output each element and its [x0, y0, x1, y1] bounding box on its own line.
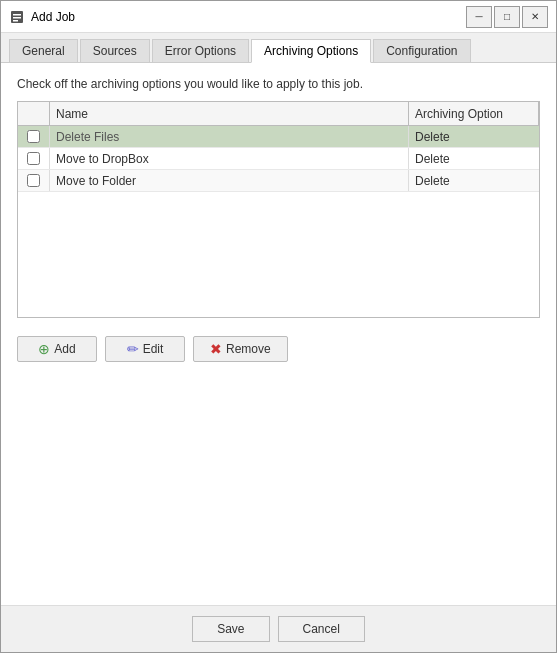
table-row[interactable]: Move to DropBox Delete	[18, 148, 539, 170]
add-icon: ⊕	[38, 341, 50, 357]
main-window: Add Job ─ □ ✕ General Sources Error Opti…	[0, 0, 557, 653]
header-archiving-col: Archiving Option	[409, 102, 539, 125]
edit-button[interactable]: ✏ Edit	[105, 336, 185, 362]
tab-error-options[interactable]: Error Options	[152, 39, 249, 62]
instruction-text: Check off the archiving options you woul…	[17, 77, 540, 91]
table-header: Name Archiving Option	[18, 102, 539, 126]
svg-rect-3	[13, 20, 18, 22]
action-buttons: ⊕ Add ✏ Edit ✖ Remove	[17, 328, 540, 366]
row-checkbox-cell	[18, 170, 50, 191]
add-label: Add	[54, 342, 75, 356]
edit-icon: ✏	[127, 341, 139, 357]
remove-button[interactable]: ✖ Remove	[193, 336, 288, 362]
tab-sources[interactable]: Sources	[80, 39, 150, 62]
svg-rect-2	[13, 17, 21, 19]
close-button[interactable]: ✕	[522, 6, 548, 28]
header-name-col: Name	[50, 102, 409, 125]
save-button[interactable]: Save	[192, 616, 269, 642]
row-checkbox-cell	[18, 148, 50, 169]
window-title: Add Job	[31, 10, 75, 24]
tab-archiving-options[interactable]: Archiving Options	[251, 39, 371, 63]
row-name-1: Delete Files	[50, 126, 409, 147]
row-checkbox-1[interactable]	[27, 130, 40, 143]
add-button[interactable]: ⊕ Add	[17, 336, 97, 362]
cancel-button[interactable]: Cancel	[278, 616, 365, 642]
edit-label: Edit	[143, 342, 164, 356]
remove-icon: ✖	[210, 341, 222, 357]
svg-rect-1	[13, 14, 21, 16]
minimize-button[interactable]: ─	[466, 6, 492, 28]
title-bar-left: Add Job	[9, 9, 75, 25]
remove-label: Remove	[226, 342, 271, 356]
app-icon	[9, 9, 25, 25]
tab-bar: General Sources Error Options Archiving …	[1, 33, 556, 63]
row-archiving-3: Delete	[409, 170, 539, 191]
table-row[interactable]: Move to Folder Delete	[18, 170, 539, 192]
row-archiving-2: Delete	[409, 148, 539, 169]
table-body: Delete Files Delete Move to DropBox Dele…	[18, 126, 539, 192]
spacer	[17, 376, 540, 591]
title-bar-buttons: ─ □ ✕	[466, 6, 548, 28]
footer: Save Cancel	[1, 605, 556, 652]
table-row[interactable]: Delete Files Delete	[18, 126, 539, 148]
title-bar: Add Job ─ □ ✕	[1, 1, 556, 33]
row-archiving-1: Delete	[409, 126, 539, 147]
tab-general[interactable]: General	[9, 39, 78, 62]
content-area: Check off the archiving options you woul…	[1, 63, 556, 605]
row-name-2: Move to DropBox	[50, 148, 409, 169]
maximize-button[interactable]: □	[494, 6, 520, 28]
row-checkbox-2[interactable]	[27, 152, 40, 165]
tab-configuration[interactable]: Configuration	[373, 39, 470, 62]
row-checkbox-cell	[18, 126, 50, 147]
row-checkbox-3[interactable]	[27, 174, 40, 187]
archiving-options-table: Name Archiving Option Delete Files Delet…	[17, 101, 540, 318]
row-name-3: Move to Folder	[50, 170, 409, 191]
header-checkbox-col	[18, 102, 50, 125]
